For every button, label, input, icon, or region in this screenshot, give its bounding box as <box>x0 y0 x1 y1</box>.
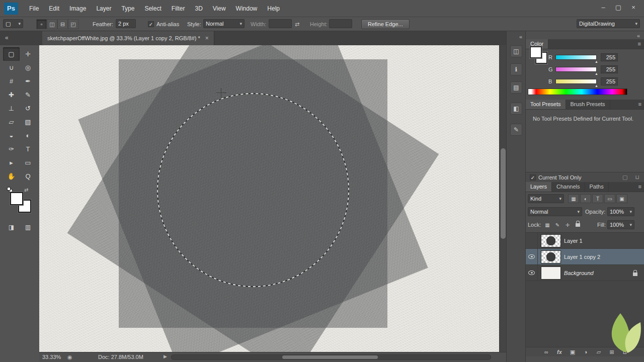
horizontal-scrollbar-thumb[interactable] <box>282 355 378 359</box>
subtract-from-selection-button[interactable]: ⊟ <box>57 19 68 29</box>
minimize-button[interactable]: – <box>596 1 611 13</box>
dodge-tool[interactable]: ◐ <box>20 129 36 142</box>
hand-tool[interactable]: ✋ <box>3 169 20 183</box>
layer-row-background[interactable]: Background <box>526 265 644 281</box>
new-selection-button[interactable]: ▫ <box>36 19 47 29</box>
kind-filter-dropdown[interactable]: Kind ▾ <box>528 194 564 203</box>
workspace-switcher[interactable]: DigitalDrawing ▾ <box>577 19 640 28</box>
menu-window[interactable]: Window <box>231 0 263 17</box>
slider-handle-icon[interactable]: ▲ <box>595 72 598 75</box>
panel-menu-icon[interactable]: ≡ <box>638 101 641 107</box>
refine-edge-button[interactable]: Refine Edge... <box>361 19 410 29</box>
brush-tool[interactable]: ✎ <box>20 88 36 102</box>
properties-panel-icon[interactable]: ✎ <box>510 124 522 136</box>
eyedropper-tool[interactable]: ✒ <box>20 74 36 88</box>
blur-tool[interactable]: ◒ <box>3 129 20 142</box>
history-brush-tool[interactable]: ↺ <box>20 102 36 115</box>
tab-tool-presets[interactable]: Tool Presets <box>526 100 566 109</box>
vertical-scrollbar[interactable] <box>499 45 506 352</box>
swap-dimensions-icon[interactable]: ⇄ <box>295 19 299 29</box>
add-layer-mask-icon[interactable]: ▣ <box>566 349 579 355</box>
move-tool[interactable]: ✛ <box>20 47 36 61</box>
tab-layers[interactable]: Layers <box>526 182 552 192</box>
filter-adjustment-layers-icon[interactable]: ◐ <box>580 194 591 203</box>
spot-healing-tool[interactable]: ✚ <box>3 88 20 102</box>
quick-selection-tool[interactable]: ◎ <box>20 61 36 74</box>
anti-alias-control[interactable]: ✓ Anti-alias <box>148 19 179 29</box>
type-tool[interactable]: T <box>20 142 36 156</box>
document-canvas[interactable] <box>39 45 499 352</box>
pen-tool[interactable]: ✑ <box>3 142 20 156</box>
add-to-selection-button[interactable]: ◫ <box>47 19 57 29</box>
menu-filter[interactable]: Filter <box>167 0 190 17</box>
lasso-tool[interactable]: ∪ <box>3 61 20 74</box>
layer-thumbnail[interactable] <box>541 250 561 263</box>
filter-smart-objects-icon[interactable]: ▣ <box>616 194 627 203</box>
clone-stamp-tool[interactable]: ⊥ <box>3 102 20 115</box>
layer-effects-icon[interactable]: fx <box>553 349 566 355</box>
current-tool-only-checkbox[interactable]: ✓ <box>530 174 536 180</box>
collapse-to-icons-icon[interactable]: « <box>637 33 640 39</box>
horizontal-scrollbar[interactable] <box>171 354 491 360</box>
rectangle-tool[interactable]: ▭ <box>20 156 36 169</box>
green-slider[interactable]: ▲ <box>555 67 597 72</box>
tab-brush-presets[interactable]: Brush Presets <box>566 100 610 109</box>
menu-view[interactable]: View <box>208 0 231 17</box>
menu-image[interactable]: Image <box>64 0 91 17</box>
histogram-panel-icon[interactable]: ▤ <box>510 81 522 94</box>
panel-menu-icon[interactable]: ≡ <box>638 184 641 190</box>
close-document-icon[interactable]: × <box>205 35 209 42</box>
layer-row-layer1-copy2[interactable]: Layer 1 copy 2 <box>526 249 644 265</box>
new-preset-icon[interactable]: ▢ <box>622 174 627 180</box>
color-foreground-swatch[interactable] <box>530 46 542 58</box>
opacity-dropdown[interactable]: 100% ▾ <box>607 207 634 216</box>
status-play-icon[interactable]: ▶ <box>164 354 167 359</box>
restore-button[interactable]: ▢ <box>611 1 626 13</box>
foreground-color-swatch[interactable] <box>10 192 23 205</box>
menu-edit[interactable]: Edit <box>44 0 64 17</box>
mini-bridge-panel-icon[interactable]: ◫ <box>510 45 522 57</box>
screen-mode-button[interactable]: ▥ <box>20 220 36 234</box>
height-input[interactable] <box>329 19 352 28</box>
color-spectrum-ramp[interactable] <box>528 88 627 95</box>
close-button[interactable]: × <box>626 1 641 13</box>
layer-thumbnail[interactable] <box>541 266 561 280</box>
blend-mode-dropdown[interactable]: Normal ▾ <box>528 207 582 216</box>
navigator-panel-icon[interactable]: ◧ <box>510 103 522 115</box>
menu-file[interactable]: File <box>24 0 44 17</box>
slider-handle-icon[interactable]: ▲ <box>595 84 598 87</box>
menu-select[interactable]: Select <box>139 0 166 17</box>
link-layers-icon[interactable]: ∞ <box>540 349 553 355</box>
info-panel-icon[interactable]: ℹ <box>510 63 522 75</box>
document-tab[interactable]: sketchpaperOffWhite.jpg @ 33.3% (Layer 1… <box>42 31 214 45</box>
lock-position-icon[interactable]: ✛ <box>563 220 572 229</box>
layer-thumbnail[interactable] <box>541 234 561 247</box>
path-selection-tool[interactable]: ▸ <box>3 156 20 169</box>
blue-value-input[interactable]: 255 <box>601 77 618 85</box>
gradient-tool[interactable]: ▧ <box>20 115 36 129</box>
layer-name[interactable]: Layer 1 copy 2 <box>564 254 600 260</box>
fill-dropdown[interactable]: 100% ▾ <box>607 220 634 229</box>
visibility-toggle[interactable] <box>526 233 538 249</box>
zoom-level[interactable]: 33.33% <box>42 354 61 360</box>
style-dropdown[interactable]: Normal ▾ <box>203 19 245 28</box>
feather-input[interactable]: 2 px <box>116 19 136 28</box>
intersect-selection-button[interactable]: ◰ <box>68 19 78 29</box>
menu-type[interactable]: Type <box>116 0 139 17</box>
zoom-tool[interactable]: Q <box>20 169 36 183</box>
canvas-area[interactable] <box>39 45 506 352</box>
width-input[interactable] <box>269 19 292 28</box>
lock-image-pixels-icon[interactable]: ✎ <box>553 220 562 229</box>
filter-shape-layers-icon[interactable]: ▭ <box>604 194 615 203</box>
anti-alias-checkbox[interactable]: ✓ <box>148 21 154 27</box>
collapse-chevrons-icon[interactable]: « <box>5 34 9 41</box>
menu-help[interactable]: Help <box>262 0 285 17</box>
quick-mask-button[interactable]: ◨ <box>3 220 20 234</box>
red-slider[interactable]: ▲ <box>555 55 597 60</box>
lock-transparent-pixels-icon[interactable]: ▦ <box>543 220 552 229</box>
layer-name[interactable]: Background <box>564 270 594 276</box>
crop-tool[interactable]: # <box>3 74 20 88</box>
filter-pixel-layers-icon[interactable]: ▦ <box>568 194 579 203</box>
vertical-scrollbar-thumb[interactable] <box>501 148 506 239</box>
tab-paths[interactable]: Paths <box>585 182 609 192</box>
